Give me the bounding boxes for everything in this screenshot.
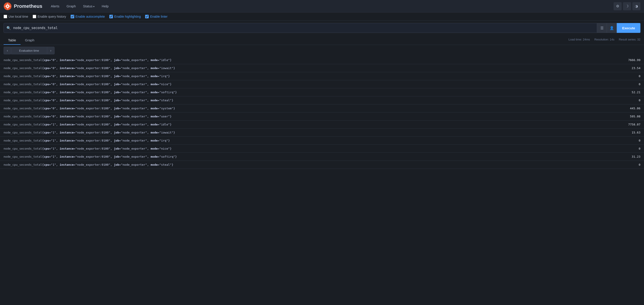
table-row: node_cpu_seconds_total{cpu="0", instance… <box>0 112 644 120</box>
theme-moon-button[interactable]: ☽ <box>623 2 631 10</box>
svg-point-2 <box>7 6 8 7</box>
value-cell: 7758.07 <box>580 120 644 128</box>
table-row: node_cpu_seconds_total{cpu="0", instance… <box>0 104 644 112</box>
search-bar: 🔍 ☰ 👤 Execute <box>4 23 640 33</box>
metric-cell: node_cpu_seconds_total{cpu="1", instance… <box>0 145 580 153</box>
autocomplete-checkbox[interactable] <box>71 15 74 18</box>
metric-cell: node_cpu_seconds_total{cpu="1", instance… <box>0 128 580 136</box>
metric-cell: node_cpu_seconds_total{cpu="1", instance… <box>0 120 580 128</box>
table-row: node_cpu_seconds_total{cpu="1", instance… <box>0 120 644 128</box>
nav-status[interactable]: Status <box>80 2 98 10</box>
value-cell: 0 <box>580 145 644 153</box>
value-cell: 7666.99 <box>580 56 644 64</box>
table-row: node_cpu_seconds_total{cpu="1", instance… <box>0 153 644 161</box>
metric-cell: node_cpu_seconds_total{cpu="1", instance… <box>0 153 580 161</box>
nav-links: Alerts Graph Status Help <box>48 2 614 10</box>
navbar: Prometheus Alerts Graph Status Help ⚙ ☽ … <box>0 0 644 12</box>
load-time: Load time: 24ms <box>568 38 590 41</box>
value-cell: 52.21 <box>580 88 644 96</box>
tabs-row: Table Graph Load time: 24ms Resolution: … <box>0 35 644 45</box>
nav-graph[interactable]: Graph <box>64 2 79 10</box>
result-series: Result series: 32 <box>619 38 640 41</box>
metric-cell: node_cpu_seconds_total{cpu="0", instance… <box>0 72 580 80</box>
tab-graph[interactable]: Graph <box>20 36 39 45</box>
nav-alerts[interactable]: Alerts <box>48 2 62 10</box>
table-row: node_cpu_seconds_total{cpu="0", instance… <box>0 80 644 88</box>
brand: Prometheus <box>4 2 42 10</box>
search-input[interactable] <box>13 26 594 30</box>
checkbox-autocomplete[interactable]: Enable autocomplete <box>71 15 105 18</box>
table-row: node_cpu_seconds_total{cpu="0", instance… <box>0 72 644 80</box>
query-history-checkbox[interactable] <box>33 15 36 18</box>
checkbox-linter[interactable]: Enable linter <box>145 15 168 18</box>
value-cell: 445.06 <box>580 104 644 112</box>
table-row: node_cpu_seconds_total{cpu="0", instance… <box>0 64 644 72</box>
table-row: node_cpu_seconds_total{cpu="1", instance… <box>0 128 644 136</box>
metric-cell: node_cpu_seconds_total{cpu="0", instance… <box>0 64 580 72</box>
theme-contrast-button[interactable]: ◑ <box>632 2 640 10</box>
metric-cell: node_cpu_seconds_total{cpu="1", instance… <box>0 136 580 145</box>
eval-time-label: Evaluation time <box>11 47 47 54</box>
checkbox-highlighting[interactable]: Enable highlighting <box>109 15 141 18</box>
results-table: node_cpu_seconds_total{cpu="0", instance… <box>0 56 644 169</box>
table-row: node_cpu_seconds_total{cpu="1", instance… <box>0 161 644 169</box>
nav-help[interactable]: Help <box>98 2 112 10</box>
linter-checkbox[interactable] <box>145 15 149 18</box>
checkbox-query-history[interactable]: Enable query history <box>33 15 66 18</box>
toolbar: Use local time Enable query history Enab… <box>0 12 644 21</box>
value-cell: 0 <box>580 161 644 169</box>
eval-row: ‹ Evaluation time › <box>0 45 644 56</box>
nav-right: ⚙ ☽ ◑ <box>614 2 640 10</box>
brand-title: Prometheus <box>14 3 42 9</box>
value-cell: 0 <box>580 136 644 145</box>
value-cell: 0 <box>580 96 644 104</box>
table-row: node_cpu_seconds_total{cpu="1", instance… <box>0 145 644 153</box>
highlighting-checkbox[interactable] <box>109 15 113 18</box>
metric-cell: node_cpu_seconds_total{cpu="0", instance… <box>0 56 580 64</box>
search-icon: 🔍 <box>6 26 11 30</box>
metric-cell: node_cpu_seconds_total{cpu="0", instance… <box>0 88 580 96</box>
eval-prev-button[interactable]: ‹ <box>4 47 11 54</box>
metric-cell: node_cpu_seconds_total{cpu="1", instance… <box>0 161 580 169</box>
value-cell: 0 <box>580 72 644 80</box>
metric-cell: node_cpu_seconds_total{cpu="0", instance… <box>0 112 580 120</box>
tabs: Table Graph <box>4 36 39 45</box>
local-time-checkbox[interactable] <box>4 15 7 18</box>
list-view-button[interactable]: ☰ <box>597 23 607 33</box>
value-cell: 0 <box>580 80 644 88</box>
search-input-wrap: 🔍 <box>4 23 597 33</box>
metric-cell: node_cpu_seconds_total{cpu="0", instance… <box>0 80 580 88</box>
value-cell: 31.23 <box>580 153 644 161</box>
table-row: node_cpu_seconds_total{cpu="0", instance… <box>0 96 644 104</box>
result-info: Load time: 24ms Resolution: 14s Result s… <box>565 38 640 43</box>
value-cell: 595.08 <box>580 112 644 120</box>
settings-button[interactable]: ⚙ <box>614 2 622 10</box>
table-row: node_cpu_seconds_total{cpu="0", instance… <box>0 56 644 64</box>
metric-cell: node_cpu_seconds_total{cpu="0", instance… <box>0 96 580 104</box>
tab-table[interactable]: Table <box>4 36 20 45</box>
results-container: node_cpu_seconds_total{cpu="0", instance… <box>0 56 644 169</box>
table-row: node_cpu_seconds_total{cpu="0", instance… <box>0 88 644 96</box>
checkbox-local-time[interactable]: Use local time <box>4 15 28 18</box>
execute-button[interactable]: Execute <box>617 23 640 33</box>
resolution: Resolution: 14s <box>594 38 614 41</box>
eval-next-button[interactable]: › <box>47 47 54 54</box>
value-cell: 15.63 <box>580 128 644 136</box>
table-row: node_cpu_seconds_total{cpu="1", instance… <box>0 136 644 145</box>
value-cell: 23.54 <box>580 64 644 72</box>
metrics-explorer-button[interactable]: 👤 <box>607 23 617 33</box>
metric-cell: node_cpu_seconds_total{cpu="0", instance… <box>0 104 580 112</box>
prometheus-logo <box>4 2 12 10</box>
